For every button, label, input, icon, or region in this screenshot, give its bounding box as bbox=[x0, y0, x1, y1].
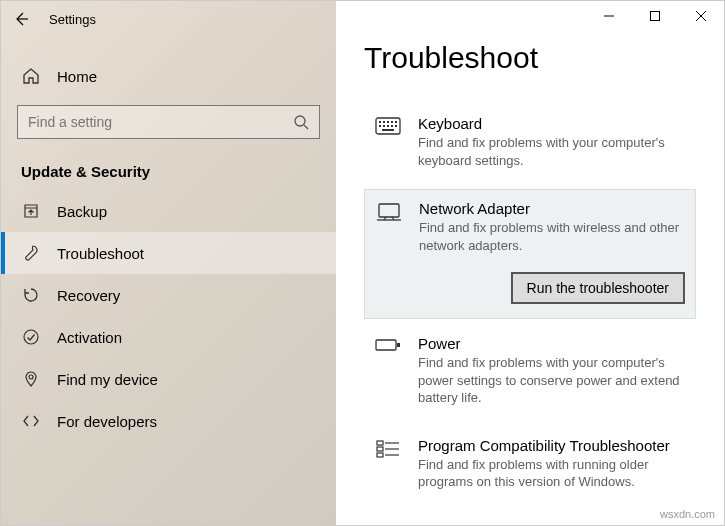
svg-rect-17 bbox=[391, 125, 393, 127]
page-title: Troubleshoot bbox=[364, 41, 696, 75]
svg-rect-24 bbox=[376, 340, 396, 350]
nav-item-find-device[interactable]: Find my device bbox=[1, 358, 336, 400]
titlebar: Settings bbox=[1, 1, 336, 37]
nav-list: Backup Troubleshoot Recovery Activation bbox=[1, 190, 336, 442]
nav-item-label: Find my device bbox=[57, 371, 158, 388]
svg-rect-18 bbox=[395, 125, 397, 127]
watermark: wsxdn.com bbox=[660, 508, 715, 520]
nav-item-troubleshoot[interactable]: Troubleshoot bbox=[1, 232, 336, 274]
troubleshooter-power[interactable]: Power Find and fix problems with your co… bbox=[364, 325, 696, 421]
minimize-button[interactable] bbox=[586, 1, 632, 31]
nav-item-label: For developers bbox=[57, 413, 157, 430]
nav-home[interactable]: Home bbox=[1, 57, 336, 95]
troubleshooter-desc: Find and fix problems with running older… bbox=[418, 456, 686, 491]
main-panel: Troubleshoot Keyboard Find and fix probl… bbox=[336, 1, 724, 525]
run-button-row: Run the troubleshooter bbox=[419, 272, 685, 304]
svg-rect-19 bbox=[382, 129, 394, 131]
run-troubleshooter-button[interactable]: Run the troubleshooter bbox=[511, 272, 685, 304]
nav-item-backup[interactable]: Backup bbox=[1, 190, 336, 232]
sidebar: Settings Home Update & Security Backu bbox=[1, 1, 336, 525]
power-icon bbox=[374, 335, 402, 407]
troubleshooter-desc: Find and fix problems with your computer… bbox=[418, 134, 686, 169]
svg-point-2 bbox=[24, 330, 38, 344]
troubleshooter-title: Power bbox=[418, 335, 686, 352]
troubleshooter-text: Power Find and fix problems with your co… bbox=[418, 335, 686, 407]
find-device-icon bbox=[21, 370, 41, 388]
svg-rect-28 bbox=[377, 447, 383, 451]
nav-item-label: Recovery bbox=[57, 287, 120, 304]
troubleshooter-desc: Find and fix problems with your computer… bbox=[418, 354, 686, 407]
svg-rect-16 bbox=[387, 125, 389, 127]
recovery-icon bbox=[21, 286, 41, 304]
nav-item-label: Backup bbox=[57, 203, 107, 220]
svg-rect-14 bbox=[379, 125, 381, 127]
maximize-button[interactable] bbox=[632, 1, 678, 31]
keyboard-icon bbox=[374, 115, 402, 169]
svg-point-0 bbox=[295, 116, 305, 126]
window-controls bbox=[336, 1, 724, 31]
troubleshooter-text: Network Adapter Find and fix problems wi… bbox=[419, 200, 685, 304]
nav-item-label: Activation bbox=[57, 329, 122, 346]
troubleshoot-icon bbox=[21, 244, 41, 262]
search-box[interactable] bbox=[17, 105, 320, 139]
settings-window: Settings Home Update & Security Backu bbox=[0, 0, 725, 526]
svg-line-1 bbox=[304, 125, 308, 129]
troubleshooter-text: Program Compatibility Troubleshooter Fin… bbox=[418, 437, 686, 491]
nav-item-label: Troubleshoot bbox=[57, 245, 144, 262]
nav-home-label: Home bbox=[57, 68, 97, 85]
svg-rect-26 bbox=[377, 441, 383, 445]
developers-icon bbox=[21, 412, 41, 430]
troubleshooter-network[interactable]: Network Adapter Find and fix problems wi… bbox=[364, 189, 696, 319]
troubleshooter-keyboard[interactable]: Keyboard Find and fix problems with your… bbox=[364, 105, 696, 183]
svg-rect-15 bbox=[383, 125, 385, 127]
back-icon[interactable] bbox=[13, 11, 29, 27]
svg-rect-11 bbox=[387, 121, 389, 123]
svg-rect-13 bbox=[395, 121, 397, 123]
search-icon[interactable] bbox=[293, 114, 309, 130]
section-header: Update & Security bbox=[1, 157, 336, 190]
activation-icon bbox=[21, 328, 41, 346]
troubleshooter-desc: Find and fix problems with wireless and … bbox=[419, 219, 685, 254]
svg-rect-20 bbox=[379, 204, 399, 217]
backup-icon bbox=[21, 202, 41, 220]
svg-point-3 bbox=[29, 375, 33, 379]
troubleshooter-title: Keyboard bbox=[418, 115, 686, 132]
troubleshooter-title: Program Compatibility Troubleshooter bbox=[418, 437, 686, 454]
program-compat-icon bbox=[374, 437, 402, 491]
search-input[interactable] bbox=[28, 114, 293, 130]
home-icon bbox=[21, 67, 41, 85]
network-adapter-icon bbox=[375, 200, 403, 304]
nav-item-recovery[interactable]: Recovery bbox=[1, 274, 336, 316]
svg-rect-5 bbox=[651, 12, 660, 21]
troubleshooter-compat[interactable]: Program Compatibility Troubleshooter Fin… bbox=[364, 427, 696, 505]
search-wrap bbox=[17, 105, 320, 139]
svg-rect-12 bbox=[391, 121, 393, 123]
close-button[interactable] bbox=[678, 1, 724, 31]
nav-item-activation[interactable]: Activation bbox=[1, 316, 336, 358]
svg-rect-10 bbox=[383, 121, 385, 123]
troubleshooter-list: Keyboard Find and fix problems with your… bbox=[364, 105, 696, 505]
content: Troubleshoot Keyboard Find and fix probl… bbox=[336, 31, 724, 525]
app-title: Settings bbox=[49, 12, 96, 27]
svg-rect-9 bbox=[379, 121, 381, 123]
troubleshooter-title: Network Adapter bbox=[419, 200, 685, 217]
nav-item-developers[interactable]: For developers bbox=[1, 400, 336, 442]
troubleshooter-text: Keyboard Find and fix problems with your… bbox=[418, 115, 686, 169]
svg-rect-30 bbox=[377, 453, 383, 457]
svg-rect-25 bbox=[397, 343, 400, 347]
